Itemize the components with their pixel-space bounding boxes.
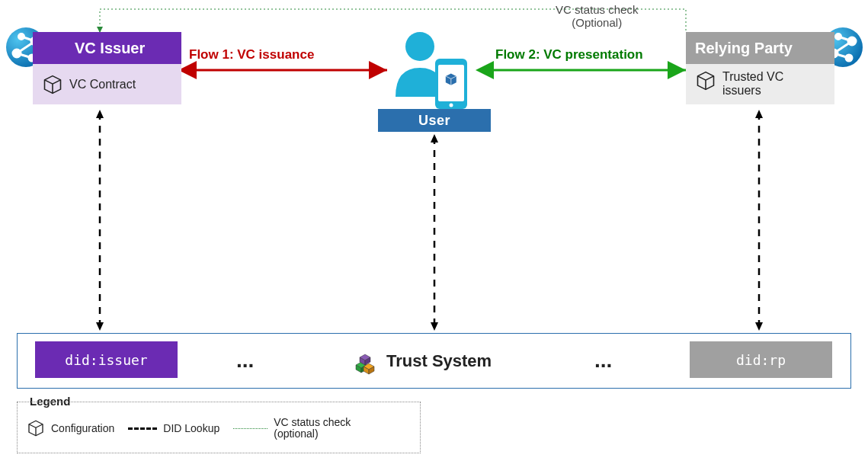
cube-icon [695,70,716,91]
status-check-label: VC status check (Optional) [556,3,638,30]
svg-point-19 [450,104,453,107]
did-rp-badge: did:rp [690,341,832,378]
relying-party-body: Trusted VC issuers [686,64,834,104]
user-label-bar: User [378,109,491,132]
did-issuer-badge: did:issuer [35,341,178,378]
relying-party-header: Relying Party [686,32,834,64]
flow2-label: Flow 2: VC presentation [495,47,643,62]
relying-party-title: Relying Party [695,40,793,57]
flow1-label: Flow 1: VC issuance [189,47,314,62]
legend-did-lookup: DID Lookup [128,422,219,434]
ellipsis-right: ... [594,348,612,373]
ellipsis-left: ... [236,348,254,373]
vc-issuer-body: VC Contract [33,64,181,104]
legend-config-label: Configuration [51,422,114,434]
vc-issuer-header: VC Issuer [33,32,181,64]
legend-box: Configuration DID Lookup VC status check… [17,402,421,453]
dashed-line-icon [128,427,157,430]
dotted-line-icon [233,428,267,429]
trusted-issuers-label: Trusted VC issuers [722,70,825,98]
user-label: User [418,113,450,129]
svg-point-16 [405,32,434,61]
legend-status-check: VC status check (optional) [233,417,351,440]
trust-cubes-icon [350,347,379,376]
cube-icon [42,74,63,95]
trust-system-label-wrap: Trust System [350,347,492,376]
vc-contract-label: VC Contract [69,78,136,91]
legend-status-label: VC status check (optional) [274,417,351,440]
legend-did-label: DID Lookup [163,422,219,434]
cube-icon [27,419,45,437]
legend-configuration: Configuration [27,419,114,437]
vc-issuer-title: VC Issuer [75,40,145,57]
user-icon [385,27,488,110]
trust-system-label: Trust System [386,351,492,371]
